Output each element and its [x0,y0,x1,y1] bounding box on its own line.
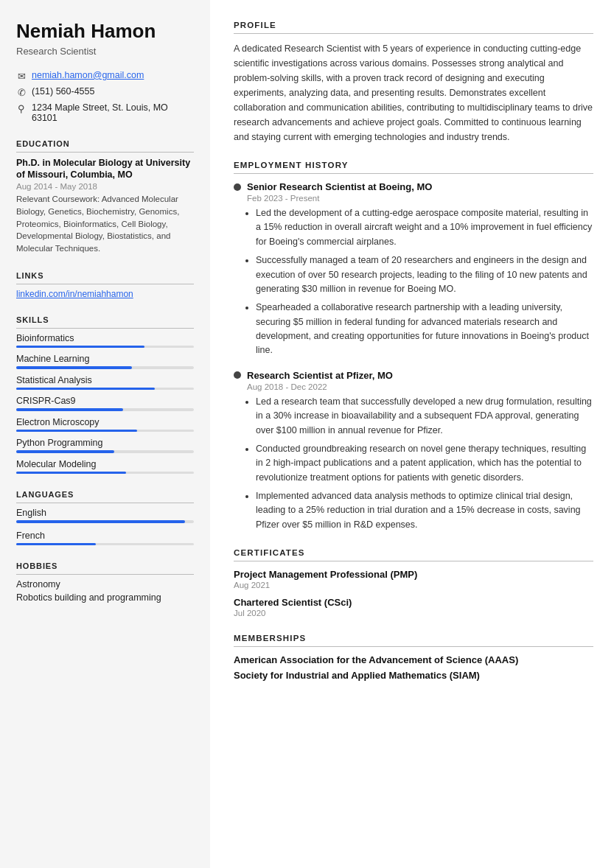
languages-list: English French [16,508,194,545]
certificates-list: Project Management Professional (PMP) Au… [234,569,593,617]
job-dates: Aug 2018 - Dec 2022 [247,382,593,391]
skill-label: CRISPR-Cas9 [16,396,194,406]
certificate-date: Aug 2021 [234,581,593,589]
language-label: French [16,531,194,541]
skill-bar-fill [16,430,137,433]
skill-label: Electron Microscopy [16,417,194,427]
job-bullet: Implemented advanced data analysis metho… [256,489,593,532]
phone-number: (151) 560-4555 [32,86,94,97]
email-icon: ✉ [16,71,27,82]
skill-bar-fill [16,472,126,475]
email-link[interactable]: nemiah.hamon@gmail.com [32,70,144,80]
language-item: French [16,531,194,546]
links-section-title: LINKS [16,271,194,284]
education-dates: Aug 2014 - May 2018 [16,182,194,191]
certificate-name: Chartered Scientist (CSci) [234,597,593,608]
skill-item: Electron Microscopy [16,417,194,433]
linkedin-link[interactable]: linkedin.com/in/nemiahhamon [16,289,194,299]
job-header: Research Scientist at Pfizer, MO [234,370,593,381]
job-title: Research Scientist at Pfizer, MO [247,370,393,381]
address-text: 1234 Maple Street, St. Louis, MO 63101 [32,102,194,123]
job-bullets: Led the development of a cutting-edge ae… [247,206,593,358]
memberships-list: American Association for the Advancement… [234,654,593,681]
skill-bar-fill [16,388,155,391]
skill-bar-bg [16,346,194,349]
membership-item: American Association for the Advancement… [234,654,593,665]
job-dot [234,183,241,191]
skill-bar-bg [16,472,194,475]
job-bullet: Led the development of a cutting-edge ae… [256,206,593,249]
education-section-title: EDUCATION [16,139,194,153]
language-bar-fill [16,520,185,523]
language-item: English [16,508,194,523]
skill-label: Bioinformatics [16,333,194,343]
certificate-entry: Chartered Scientist (CSci) Jul 2020 [234,597,593,617]
job-bullet: Successfully managed a team of 20 resear… [256,253,593,296]
hobbies-list: AstronomyRobotics building and programmi… [16,579,194,603]
education-coursework: Relevant Coursework: Advanced Molecular … [16,193,194,254]
skill-bar-fill [16,346,144,349]
profile-text: A dedicated Research Scientist with 5 ye… [234,41,593,144]
membership-item: Society for Industrial and Applied Mathe… [234,670,593,681]
skill-bar-bg [16,430,194,433]
language-bar-bg [16,543,194,546]
skill-bar-bg [16,450,194,453]
job-header: Senior Research Scientist at Boeing, MO [234,181,593,192]
contact-email-item: ✉ nemiah.hamon@gmail.com [16,70,194,82]
job-entry: Senior Research Scientist at Boeing, MO … [234,181,593,358]
skills-list: Bioinformatics Machine Learning Statisti… [16,333,194,475]
skill-bar-fill [16,450,114,453]
certificates-section-title: CERTIFICATES [234,548,593,561]
main-content: PROFILE A dedicated Research Scientist w… [210,0,614,868]
candidate-title: Research Scientist [16,46,194,57]
employment-section-title: EMPLOYMENT HISTORY [234,161,593,174]
job-dot [234,371,241,379]
skill-item: Machine Learning [16,354,194,369]
contact-address-item: ⚲ 1234 Maple Street, St. Louis, MO 63101 [16,102,194,123]
skill-item: Bioinformatics [16,333,194,349]
hobby-item: Astronomy [16,579,194,589]
skill-item: Python Programming [16,438,194,453]
jobs-list: Senior Research Scientist at Boeing, MO … [234,181,593,532]
certificate-entry: Project Management Professional (PMP) Au… [234,569,593,589]
skill-item: CRISPR-Cas9 [16,396,194,411]
certificate-date: Jul 2020 [234,609,593,617]
location-icon: ⚲ [16,103,27,114]
language-label: English [16,508,194,518]
skill-label: Statistical Analysis [16,375,194,385]
skill-bar-bg [16,408,194,411]
skill-label: Python Programming [16,438,194,448]
candidate-name: Nemiah Hamon [16,21,194,43]
education-degree: Ph.D. in Molecular Biology at University… [16,157,194,181]
job-bullet: Conducted groundbreaking research on nov… [256,442,593,485]
skills-section-title: SKILLS [16,315,194,329]
job-entry: Research Scientist at Pfizer, MO Aug 201… [234,370,593,532]
skill-bar-bg [16,388,194,391]
job-bullet: Led a research team that successfully de… [256,395,593,438]
job-bullet: Spearheaded a collaborative research par… [256,301,593,358]
skill-label: Machine Learning [16,354,194,364]
skill-item: Statistical Analysis [16,375,194,391]
skill-bar-fill [16,408,123,411]
skill-bar-fill [16,366,132,369]
phone-icon: ✆ [16,87,27,98]
hobbies-section-title: HOBBIES [16,561,194,575]
sidebar: Nemiah Hamon Research Scientist ✉ nemiah… [0,0,210,868]
contact-phone-item: ✆ (151) 560-4555 [16,86,194,98]
certificate-name: Project Management Professional (PMP) [234,569,593,580]
profile-section-title: PROFILE [234,21,593,34]
job-title: Senior Research Scientist at Boeing, MO [247,181,432,192]
skill-label: Molecular Modeling [16,459,194,469]
language-bar-bg [16,520,194,523]
memberships-section-title: MEMBERSHIPS [234,634,593,647]
languages-section-title: LANGUAGES [16,490,194,503]
resume-container: Nemiah Hamon Research Scientist ✉ nemiah… [0,0,614,868]
skill-item: Molecular Modeling [16,459,194,475]
language-bar-fill [16,543,96,546]
hobby-item: Robotics building and programming [16,592,194,603]
job-dates: Feb 2023 - Present [247,194,593,203]
job-bullets: Led a research team that successfully de… [247,395,593,532]
skill-bar-bg [16,366,194,369]
